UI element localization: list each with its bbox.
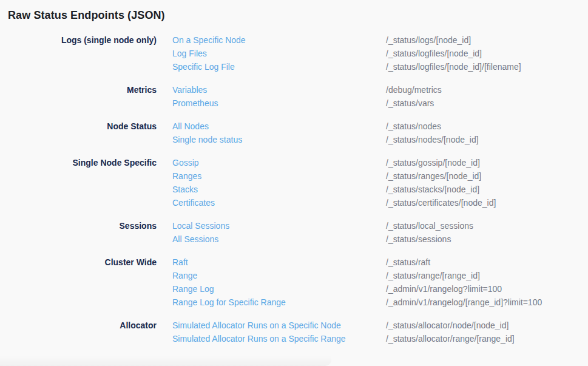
endpoint-link[interactable]: Local Sessions [172, 219, 386, 232]
endpoint-link[interactable]: Gossip [172, 156, 386, 169]
endpoint-link[interactable]: Variables [172, 83, 386, 97]
endpoint-paths: /debug/metrics/_status/vars [386, 83, 588, 110]
endpoint-link[interactable]: Ranges [172, 169, 386, 183]
endpoint-path: /_status/vars [386, 97, 588, 110]
endpoint-section: Metrics VariablesPrometheus /debug/metri… [8, 83, 588, 110]
endpoint-link[interactable]: Simulated Allocator Runs on a Specific N… [172, 319, 386, 332]
endpoint-path: /_status/sessions [386, 232, 588, 246]
endpoint-path: /_status/allocator/range/[range_id] [386, 332, 588, 345]
endpoint-links: Simulated Allocator Runs on a Specific N… [157, 319, 386, 345]
endpoint-section: Logs (single node only) On a Specific No… [8, 33, 588, 73]
endpoint-path: /_admin/v1/rangelog?limit=100 [386, 282, 588, 296]
endpoint-link[interactable]: Log Files [172, 47, 386, 60]
endpoint-link[interactable]: Simulated Allocator Runs on a Specific R… [172, 332, 386, 345]
endpoint-links: RaftRangeRange LogRange Log for Specific… [157, 256, 386, 309]
endpoint-paths: /_status/gossip/[node_id]/_status/ranges… [386, 156, 588, 209]
endpoint-path: /_status/ranges/[node_id] [386, 169, 588, 183]
endpoint-link[interactable]: Certificates [172, 196, 386, 209]
endpoint-path: /_status/nodes/[node_id] [386, 133, 588, 146]
endpoint-link[interactable]: Range Log [172, 282, 386, 296]
endpoint-path: /_status/stacks/[node_id] [386, 183, 588, 196]
endpoint-path: /_status/nodes [386, 120, 588, 133]
category-label: Node Status [8, 120, 157, 133]
endpoint-paths: /_status/logs/[node_id]/_status/logfiles… [386, 33, 588, 73]
endpoint-path: /_status/gossip/[node_id] [386, 156, 588, 169]
category-label: Metrics [8, 83, 157, 97]
endpoint-paths: /_status/nodes/_status/nodes/[node_id] [386, 120, 588, 146]
endpoint-path: /debug/metrics [386, 83, 588, 97]
endpoint-links: VariablesPrometheus [157, 83, 386, 110]
endpoint-path: /_status/logfiles/[node_id] [386, 47, 588, 60]
endpoint-path: /_status/logfiles/[node_id]/[filename] [386, 60, 588, 73]
endpoint-path: /_status/allocator/node/[node_id] [386, 319, 588, 332]
endpoint-path: /_status/logs/[node_id] [386, 33, 588, 47]
endpoint-paths: /_status/local_sessions/_status/sessions [386, 219, 588, 246]
endpoint-links: All NodesSingle node status [157, 120, 386, 146]
category-label: Allocator [8, 319, 157, 332]
page-title: Raw Status Endpoints (JSON) [8, 8, 588, 22]
endpoint-link[interactable]: All Sessions [172, 232, 386, 246]
endpoint-link[interactable]: Prometheus [172, 97, 386, 110]
category-label: Sessions [8, 219, 157, 232]
endpoint-link[interactable]: Range Log for Specific Range [172, 296, 386, 309]
bottom-edge-shadow [0, 356, 331, 366]
endpoint-link[interactable]: Specific Log File [172, 60, 386, 73]
endpoints-table: Logs (single node only) On a Specific No… [8, 33, 588, 345]
endpoint-link[interactable]: Stacks [172, 183, 386, 196]
endpoint-path: /_status/certificates/[node_id] [386, 196, 588, 209]
endpoint-links: Local SessionsAll Sessions [157, 219, 386, 246]
endpoint-link[interactable]: On a Specific Node [172, 33, 386, 47]
category-label: Logs (single node only) [8, 33, 157, 47]
endpoint-link[interactable]: Range [172, 269, 386, 282]
raw-status-endpoints-page: Raw Status Endpoints (JSON) Logs (single… [0, 0, 588, 366]
endpoint-section: Allocator Simulated Allocator Runs on a … [8, 319, 588, 345]
category-label: Single Node Specific [8, 156, 157, 169]
endpoint-links: GossipRangesStacksCertificates [157, 156, 386, 209]
endpoint-section: Cluster Wide RaftRangeRange LogRange Log… [8, 256, 588, 309]
endpoint-section: Sessions Local SessionsAll Sessions /_st… [8, 219, 588, 246]
endpoint-path: /_status/local_sessions [386, 219, 588, 232]
endpoint-link[interactable]: All Nodes [172, 120, 386, 133]
endpoint-link[interactable]: Single node status [172, 133, 386, 146]
endpoint-path: /_status/range/[range_id] [386, 269, 588, 282]
endpoint-links: On a Specific NodeLog FilesSpecific Log … [157, 33, 386, 73]
endpoint-section: Single Node Specific GossipRangesStacksC… [8, 156, 588, 209]
endpoint-paths: /_status/raft/_status/range/[range_id]/_… [386, 256, 588, 309]
endpoint-path: /_status/raft [386, 256, 588, 269]
endpoint-paths: /_status/allocator/node/[node_id]/_statu… [386, 319, 588, 345]
endpoint-path: /_admin/v1/rangelog/[range_id]?limit=100 [386, 296, 588, 309]
category-label: Cluster Wide [8, 256, 157, 269]
endpoint-link[interactable]: Raft [172, 256, 386, 269]
endpoint-section: Node Status All NodesSingle node status … [8, 120, 588, 146]
